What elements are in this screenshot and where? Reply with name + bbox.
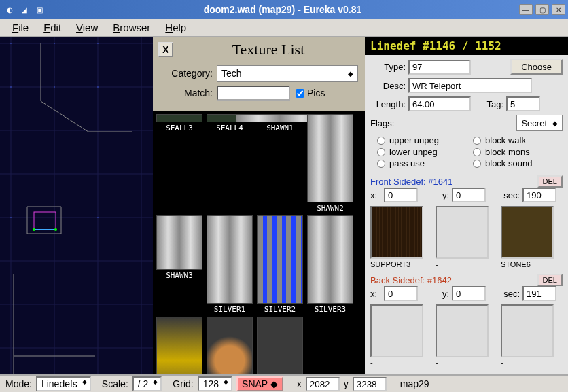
svg-point-18 bbox=[10, 217, 12, 218]
back-x-label: x: bbox=[370, 289, 381, 299]
grid-label: Grid: bbox=[173, 378, 193, 389]
flags-label: Flags: bbox=[370, 118, 394, 128]
pin-icon[interactable]: ◢ bbox=[19, 4, 30, 15]
svg-point-17 bbox=[97, 86, 99, 88]
x-label: x bbox=[297, 378, 302, 389]
svg-point-14 bbox=[97, 43, 99, 44]
flag-block-walk[interactable]: block walk bbox=[473, 135, 532, 145]
back-sec-input[interactable] bbox=[522, 286, 556, 301]
front-sec-input[interactable] bbox=[522, 188, 556, 202]
front-tex-upper[interactable] bbox=[370, 206, 423, 259]
texture-item[interactable]: SILVER2 bbox=[256, 215, 304, 314]
map-name: map29 bbox=[400, 378, 429, 389]
type-label: Type: bbox=[370, 62, 406, 72]
front-tex-mid[interactable] bbox=[436, 206, 489, 259]
mode-label: Mode: bbox=[5, 378, 32, 389]
grid-select[interactable]: 128 bbox=[198, 376, 232, 391]
texture-item[interactable]: SLADPOIS bbox=[156, 317, 203, 374]
back-tex-upper[interactable] bbox=[370, 304, 423, 357]
texture-item[interactable]: SHAWN2 bbox=[306, 114, 354, 213]
menu-file[interactable]: File bbox=[5, 20, 35, 35]
back-sidedef-title: Back Sidedef: #1642 bbox=[370, 275, 452, 285]
length-input[interactable] bbox=[408, 96, 471, 111]
menu-edit[interactable]: Edit bbox=[37, 20, 68, 35]
texture-item[interactable]: SILVER3 bbox=[306, 215, 354, 314]
texture-item[interactable]: SLADWALL bbox=[256, 317, 304, 374]
svg-point-19 bbox=[97, 217, 99, 218]
tag-label: Tag: bbox=[483, 99, 503, 109]
match-label: Match: bbox=[160, 88, 213, 99]
window-title: doom2.wad (map29) - Eureka v0.81 bbox=[49, 4, 516, 15]
x-input[interactable] bbox=[306, 377, 340, 391]
flag-lower-unpeg[interactable]: lower unpeg bbox=[377, 147, 439, 157]
front-y-input[interactable] bbox=[452, 188, 486, 202]
shade-icon[interactable]: ▣ bbox=[34, 4, 45, 15]
flag-block-sound[interactable]: block sound bbox=[473, 158, 532, 168]
maximize-button[interactable]: ▢ bbox=[535, 4, 549, 15]
texture-item[interactable]: SHAWN3 bbox=[156, 215, 203, 314]
flag-block-mons[interactable]: block mons bbox=[473, 147, 532, 157]
minimize-button[interactable]: — bbox=[519, 4, 533, 15]
desc-label: Desc: bbox=[370, 81, 406, 91]
texture-item[interactable]: SFALL3 bbox=[156, 114, 203, 213]
svg-point-13 bbox=[54, 43, 55, 44]
front-sec-label: sec: bbox=[498, 190, 520, 200]
category-select[interactable]: Tech bbox=[217, 65, 358, 82]
svg-point-12 bbox=[10, 43, 12, 44]
texture-panel-title: Texture List bbox=[177, 41, 359, 58]
back-tex-mid[interactable] bbox=[436, 304, 489, 357]
svg-point-22 bbox=[33, 228, 35, 231]
texture-grid[interactable]: SFALL3 SFALL4 SHAWN1 SHAWN2 SHAWN3 SILVE… bbox=[153, 111, 365, 374]
desc-input[interactable] bbox=[408, 78, 532, 93]
texture-item[interactable]: SFALL4 bbox=[206, 114, 253, 213]
linedef-title: Linedef #1146 / 1152 bbox=[365, 37, 568, 55]
texture-item[interactable]: SLADSKUL bbox=[206, 317, 253, 374]
back-sec-label: sec: bbox=[498, 289, 520, 299]
texture-panel: X Texture List Category: Tech Match: Pic… bbox=[153, 37, 365, 374]
flag-upper-unpeg[interactable]: upper unpeg bbox=[377, 135, 439, 145]
menu-help[interactable]: Help bbox=[158, 20, 193, 35]
length-label: Length: bbox=[370, 99, 406, 109]
menu-browser[interactable]: Browser bbox=[106, 20, 157, 35]
match-input[interactable] bbox=[217, 86, 290, 101]
statusbar: Mode: Linedefs Scale: / 2 Grid: 128 SNAP… bbox=[0, 374, 568, 392]
pics-checkbox[interactable]: Pics bbox=[296, 88, 349, 99]
front-x-label: x: bbox=[370, 190, 381, 200]
close-button[interactable]: ✕ bbox=[552, 4, 565, 15]
app-icon[interactable]: ◐ bbox=[4, 4, 15, 15]
svg-rect-20 bbox=[34, 212, 56, 230]
texture-close-button[interactable]: X bbox=[158, 42, 173, 57]
front-sidedef-title: Front Sidedef: #1641 bbox=[370, 177, 452, 187]
tag-input[interactable] bbox=[506, 96, 540, 111]
back-tex-lower[interactable] bbox=[501, 304, 554, 357]
back-x-input[interactable] bbox=[384, 286, 418, 301]
texture-item[interactable]: SILVER1 bbox=[206, 215, 253, 314]
choose-button[interactable]: Choose bbox=[510, 59, 563, 75]
front-x-input[interactable] bbox=[384, 188, 418, 202]
back-y-label: y: bbox=[434, 289, 449, 299]
type-input[interactable] bbox=[408, 60, 471, 75]
category-label: Category: bbox=[160, 68, 213, 79]
map-canvas[interactable] bbox=[0, 37, 153, 374]
scale-label: Scale: bbox=[102, 378, 128, 389]
svg-point-15 bbox=[10, 86, 12, 88]
y-label: y bbox=[344, 378, 349, 389]
y-input[interactable] bbox=[353, 377, 387, 391]
titlebar: ◐ ◢ ▣ doom2.wad (map29) - Eureka v0.81 —… bbox=[0, 0, 568, 19]
flag-pass-use[interactable]: pass use bbox=[377, 158, 439, 168]
svg-point-23 bbox=[54, 228, 57, 231]
svg-point-16 bbox=[54, 86, 55, 88]
front-del-button[interactable]: DEL bbox=[537, 175, 563, 188]
front-tex-lower[interactable] bbox=[501, 206, 554, 259]
texture-item[interactable]: SHAWN1 bbox=[256, 114, 304, 213]
menubar: File Edit View Browser Help bbox=[0, 19, 568, 37]
snap-button[interactable]: SNAP ◆ bbox=[236, 376, 283, 391]
mode-select[interactable]: Linedefs bbox=[36, 376, 91, 391]
linedef-panel: Linedef #1146 / 1152 Type: Choose Desc: … bbox=[365, 37, 568, 374]
flags-select[interactable]: Secret bbox=[516, 115, 563, 131]
scale-select[interactable]: / 2 bbox=[132, 376, 162, 391]
front-y-label: y: bbox=[434, 190, 449, 200]
back-y-input[interactable] bbox=[452, 286, 486, 301]
menu-view[interactable]: View bbox=[69, 20, 105, 35]
back-del-button[interactable]: DEL bbox=[537, 274, 563, 286]
